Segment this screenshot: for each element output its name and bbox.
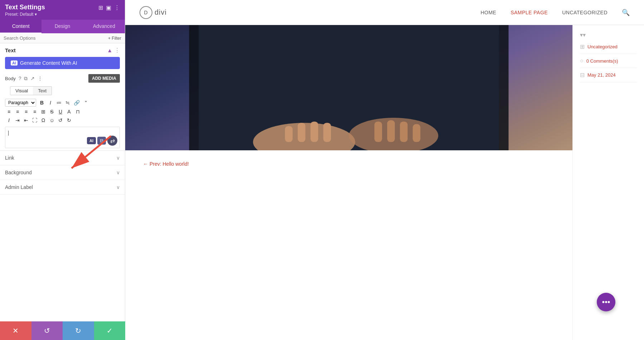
- nav-home[interactable]: HOME: [480, 10, 496, 15]
- prev-link: ← Prev: Hello world!: [125, 150, 572, 178]
- date-row: ⊟ May 21, 2024: [580, 68, 637, 82]
- tab-content[interactable]: Content: [0, 20, 42, 33]
- nav-links: HOME SAMPLE PAGE UNCATEGORIZED 🔍: [480, 9, 630, 16]
- more-icon[interactable]: ⋮: [114, 4, 120, 11]
- text-color-button[interactable]: A: [65, 108, 73, 115]
- body-label: Body: [5, 76, 16, 81]
- link-button[interactable]: 🔗: [72, 99, 81, 106]
- text-tab[interactable]: Text: [33, 87, 52, 95]
- nav-uncategorized[interactable]: UNCATEGORIZED: [562, 10, 608, 15]
- help-icon[interactable]: ?: [19, 76, 21, 81]
- underline-button[interactable]: U: [57, 108, 64, 115]
- laptop-image: [125, 25, 572, 150]
- svg-rect-15: [400, 122, 408, 142]
- grid-icon[interactable]: ⊞: [98, 4, 103, 11]
- comments-value: 0 Comments(s): [586, 58, 618, 64]
- panel-tabs: Content Design Advanced: [0, 20, 125, 33]
- add-media-button[interactable]: ADD MEDIA: [88, 74, 120, 83]
- close-button[interactable]: ✕: [0, 321, 31, 340]
- outdent-button[interactable]: ⇤: [22, 117, 30, 124]
- link-section[interactable]: Link ∨: [0, 151, 125, 165]
- background-chevron-icon: ∨: [116, 170, 120, 175]
- admin-chevron-icon: ∨: [116, 184, 120, 190]
- nav-search-icon[interactable]: 🔍: [622, 9, 630, 16]
- paste-button[interactable]: ⊓: [74, 108, 82, 115]
- align-right-button[interactable]: ≡: [22, 108, 30, 115]
- prev-link-anchor[interactable]: ← Prev: Hello world!: [143, 161, 189, 167]
- svg-rect-9: [285, 126, 292, 142]
- arrow-icon[interactable]: ↗: [30, 76, 35, 81]
- body-more-icon[interactable]: ⋮: [38, 76, 43, 81]
- toolbar-row-1: Paragraph Heading 1 Heading 2 B I ≔ ≒ 🔗 …: [0, 98, 125, 107]
- svg-rect-16: [413, 124, 420, 142]
- ai-button-label: Generate Content With AI: [20, 60, 77, 66]
- text-editor-area[interactable]: AI ⊟ ⇄: [5, 127, 120, 148]
- toolbar-row-3: I ⇥ ⇤ ⛶ Ω ☺ ↺ ↻: [0, 116, 125, 125]
- fullscreen-button[interactable]: ⛶: [31, 117, 39, 124]
- nav-sample-page[interactable]: SAMPLE PAGE: [511, 10, 548, 15]
- blockquote-button[interactable]: ": [82, 99, 90, 106]
- admin-label-section[interactable]: Admin Label ∨: [0, 180, 125, 195]
- columns-icon[interactable]: ▣: [106, 4, 111, 11]
- filter-button[interactable]: + Filter: [108, 36, 121, 41]
- indent-button[interactable]: ⇥: [14, 117, 21, 124]
- background-section[interactable]: Background ∨: [0, 165, 125, 180]
- panel-header-actions: ⊞ ▣ ⋮: [98, 4, 120, 11]
- undo-button[interactable]: ↺: [31, 321, 63, 340]
- svg-rect-4: [199, 25, 499, 150]
- tab-advanced[interactable]: Advanced: [83, 20, 125, 33]
- main-column: ← Prev: Hello world!: [125, 25, 572, 340]
- special-char-button[interactable]: Ω: [39, 117, 47, 124]
- panel-preset[interactable]: Preset: Default ▾: [5, 12, 45, 17]
- category-value: Uncategorized: [587, 44, 618, 49]
- main-content: D divi HOME SAMPLE PAGE UNCATEGORIZED 🔍: [125, 0, 644, 340]
- text-section-title: Text: [5, 47, 16, 53]
- text-section-header[interactable]: Text ▲ ⋮: [0, 43, 125, 57]
- align-left-button[interactable]: ≡: [5, 108, 13, 115]
- arrow-right-icon[interactable]: ▾: [583, 31, 586, 38]
- align-justify-button[interactable]: ≡: [31, 108, 39, 115]
- table-button[interactable]: ⊞: [39, 108, 47, 115]
- hero-image: [125, 25, 572, 150]
- strikethrough-button[interactable]: S: [48, 108, 56, 115]
- editor-ai-button[interactable]: AI: [87, 137, 96, 144]
- copy-icon[interactable]: ⧉: [24, 76, 28, 82]
- category-row: ⊞ Uncategorized: [580, 40, 637, 54]
- link-chevron-icon: ∨: [116, 155, 120, 161]
- redo-button[interactable]: ↻: [63, 321, 94, 340]
- arrow-left-icon[interactable]: ▾: [580, 31, 583, 38]
- paragraph-select[interactable]: Paragraph Heading 1 Heading 2: [5, 99, 36, 107]
- comment-icon: ○: [580, 58, 584, 64]
- bottom-bar: ✕ ↺ ↻ ✓: [0, 321, 125, 340]
- search-bar: + Filter: [0, 33, 125, 43]
- undo-editor-button[interactable]: ↺: [57, 117, 64, 124]
- ordered-list-button[interactable]: ≒: [64, 99, 72, 106]
- link-section-title: Link: [5, 155, 14, 161]
- search-input[interactable]: [4, 35, 108, 41]
- toolbar-row-2: ≡ ≡ ≡ ≡ ⊞ S U A ⊓: [0, 107, 125, 116]
- align-center-button[interactable]: ≡: [14, 108, 21, 115]
- bold-button[interactable]: B: [38, 99, 46, 106]
- comments-row: ○ 0 Comments(s): [580, 54, 637, 68]
- tab-design[interactable]: Design: [42, 20, 83, 33]
- save-button[interactable]: ✓: [94, 321, 126, 340]
- fab-button[interactable]: •••: [597, 293, 615, 311]
- editor-float-toolbar: AI ⊟ ⇄: [87, 136, 117, 146]
- generate-ai-button[interactable]: AI Generate Content With AI: [5, 57, 120, 69]
- italic-button[interactable]: I: [47, 99, 54, 106]
- section-more-icon[interactable]: ⋮: [114, 47, 120, 53]
- svg-rect-12: [323, 123, 331, 142]
- divi-logo-text: divi: [155, 8, 167, 16]
- collapse-icon[interactable]: ▲: [107, 47, 112, 53]
- body-row: Body ? ⧉ ↗ ⋮ ADD MEDIA: [0, 73, 125, 85]
- emoji-button[interactable]: ☺: [48, 117, 56, 124]
- visual-tab[interactable]: Visual: [10, 87, 33, 95]
- editor-lines-button[interactable]: ⊟: [97, 137, 106, 145]
- svg-rect-14: [387, 120, 395, 142]
- redo-editor-button[interactable]: ↻: [65, 117, 73, 124]
- ai-badge: AI: [11, 60, 18, 65]
- unordered-list-button[interactable]: ≔: [55, 99, 63, 106]
- background-section-title: Background: [5, 170, 32, 175]
- italic2-button[interactable]: I: [5, 117, 13, 124]
- editor-swap-button[interactable]: ⇄: [107, 136, 117, 146]
